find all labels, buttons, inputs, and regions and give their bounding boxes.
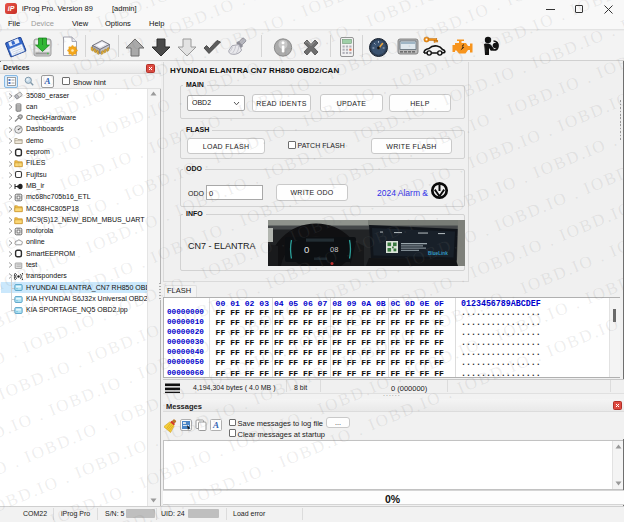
svg-text:0: 0 xyxy=(304,244,309,255)
svg-text:08: 08 xyxy=(330,245,338,254)
svg-text:BlueLink: BlueLink xyxy=(428,251,448,256)
